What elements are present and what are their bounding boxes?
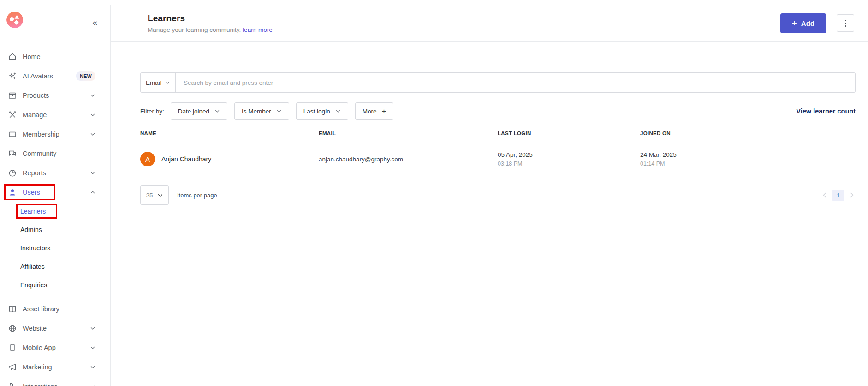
- sidebar-item-asset-library[interactable]: Asset library: [0, 299, 110, 319]
- sidebar-subitem-enquiries[interactable]: Enquiries: [0, 276, 110, 294]
- chevron-down-icon: [90, 326, 95, 331]
- sidebar-subitem-admins[interactable]: Admins: [0, 220, 110, 239]
- sidebar-item-website[interactable]: Website: [0, 319, 110, 338]
- home-icon: [8, 52, 17, 61]
- column-header-email: EMAIL: [319, 131, 498, 136]
- chevron-down-icon: [214, 108, 220, 114]
- sidebar-item-label: Reports: [23, 169, 46, 177]
- sidebar-item-label: Membership: [23, 131, 59, 138]
- sidebar-item-reports[interactable]: Reports: [0, 163, 110, 183]
- filter-last-login[interactable]: Last login: [296, 102, 348, 120]
- per-page-value: 25: [146, 192, 153, 199]
- learner-name: Anjan Chaudhary: [161, 155, 211, 163]
- sidebar-item-products[interactable]: Products: [0, 86, 110, 105]
- plus-icon: +: [381, 107, 386, 115]
- sidebar: « Home AI Avatars NEW Products: [0, 5, 111, 386]
- previous-page-icon[interactable]: [821, 191, 828, 199]
- sidebar-item-label: Users: [23, 189, 40, 196]
- chevron-down-icon: [90, 364, 95, 370]
- sidebar-item-mobile-app[interactable]: Mobile App: [0, 338, 110, 357]
- filter-more-button[interactable]: More +: [355, 102, 394, 120]
- search-input[interactable]: [176, 73, 855, 92]
- chevron-down-icon: [157, 192, 163, 198]
- add-button[interactable]: + Add: [780, 13, 826, 33]
- view-learner-count-link[interactable]: View learner count: [796, 107, 856, 115]
- search-field-selector[interactable]: Email: [141, 73, 176, 92]
- add-button-label: Add: [801, 19, 814, 27]
- filter-by-label: Filter by:: [140, 108, 164, 115]
- learn-more-link[interactable]: learn more: [243, 26, 273, 33]
- name-cell: A Anjan Chaudhary: [140, 152, 319, 166]
- chevron-down-icon: [165, 80, 170, 85]
- filter-row: Filter by: Date joined Is Member Last lo…: [140, 102, 856, 120]
- pie-chart-icon: [8, 168, 17, 178]
- filter-label: Is Member: [242, 108, 271, 115]
- annotation-box-users: Users: [4, 184, 55, 200]
- learners-table: NAME EMAIL LAST LOGIN JOINED ON A Anjan …: [140, 131, 856, 178]
- graphy-logo-icon[interactable]: [6, 12, 23, 28]
- more-options-button[interactable]: [837, 14, 854, 32]
- sidebar-item-label: Marketing: [23, 363, 52, 371]
- filter-date-joined[interactable]: Date joined: [171, 102, 227, 120]
- sidebar-collapse-icon[interactable]: «: [92, 18, 96, 27]
- sidebar-item-label: Website: [23, 325, 47, 332]
- book-icon: [8, 304, 17, 314]
- sidebar-item-label: Affiliates: [20, 263, 45, 270]
- sidebar-item-label: Instructors: [20, 244, 50, 252]
- sidebar-item-label: Admins: [20, 226, 42, 233]
- page-subtitle: Manage your learning community. learn mo…: [148, 26, 780, 33]
- last-login-cell: 05 Apr, 2025 03:18 PM: [498, 151, 640, 167]
- items-per-page-select[interactable]: 25: [140, 185, 169, 205]
- sidebar-item-label: Home: [23, 53, 41, 60]
- chevron-down-icon: [90, 345, 95, 350]
- chevron-down-icon: [90, 131, 95, 137]
- top-strip: [0, 0, 868, 5]
- avatar: A: [140, 152, 155, 166]
- sidebar-item-integrations[interactable]: Integrations: [0, 377, 110, 386]
- sidebar-item-ai-avatars[interactable]: AI Avatars NEW: [0, 66, 110, 86]
- chevron-down-icon: [90, 93, 95, 98]
- sidebar-header: «: [0, 5, 110, 33]
- filter-is-member[interactable]: Is Member: [234, 102, 289, 120]
- filter-label: Date joined: [178, 108, 209, 115]
- sidebar-item-membership[interactable]: Membership: [0, 125, 110, 144]
- column-header-name: NAME: [140, 131, 319, 136]
- sidebar-nav: Home AI Avatars NEW Products: [0, 47, 110, 386]
- column-header-last-login: LAST LOGIN: [498, 131, 640, 136]
- subtitle-text: Manage your learning community.: [148, 26, 241, 33]
- sidebar-item-users[interactable]: Users: [0, 183, 110, 202]
- current-page-button[interactable]: 1: [832, 190, 844, 201]
- chevron-up-icon: [90, 190, 95, 195]
- next-page-icon[interactable]: [848, 191, 856, 199]
- sidebar-item-marketing[interactable]: Marketing: [0, 357, 110, 377]
- column-header-joined-on: JOINED ON: [640, 131, 856, 136]
- table-header-row: NAME EMAIL LAST LOGIN JOINED ON: [140, 131, 856, 142]
- chevron-down-icon: [90, 384, 95, 386]
- nav-group-divider: [0, 294, 110, 299]
- last-login-time: 03:18 PM: [498, 160, 640, 167]
- sidebar-item-label: Enquiries: [20, 281, 47, 289]
- sidebar-item-home[interactable]: Home: [0, 47, 110, 66]
- sidebar-subitem-instructors[interactable]: Instructors: [0, 239, 110, 257]
- page-title: Learners: [148, 13, 780, 24]
- sidebar-item-label: Community: [23, 150, 56, 157]
- sidebar-subitem-affiliates[interactable]: Affiliates: [0, 257, 110, 276]
- box-icon: [8, 91, 17, 100]
- sidebar-item-label: Products: [23, 92, 49, 99]
- chevron-down-icon: [276, 108, 282, 114]
- sidebar-item-manage[interactable]: Manage: [0, 105, 110, 125]
- chevron-down-icon: [90, 170, 95, 176]
- joined-time: 01:14 PM: [640, 160, 856, 167]
- main-area: Learners Manage your learning community.…: [111, 5, 868, 386]
- person-icon: [8, 188, 17, 197]
- joined-on-cell: 24 Mar, 2025 01:14 PM: [640, 151, 856, 167]
- more-label: More: [363, 108, 377, 115]
- sparkles-icon: [8, 71, 17, 81]
- sidebar-item-community[interactable]: Community: [0, 144, 110, 163]
- chevron-down-icon: [335, 108, 341, 114]
- joined-date: 24 Mar, 2025: [640, 151, 856, 158]
- sidebar-subitem-learners[interactable]: Learners: [0, 202, 110, 220]
- sidebar-item-label: AI Avatars: [23, 72, 53, 80]
- pagination-row: 25 Items per page 1: [140, 185, 856, 205]
- table-row[interactable]: A Anjan Chaudhary anjan.chaudhary@graphy…: [140, 142, 856, 178]
